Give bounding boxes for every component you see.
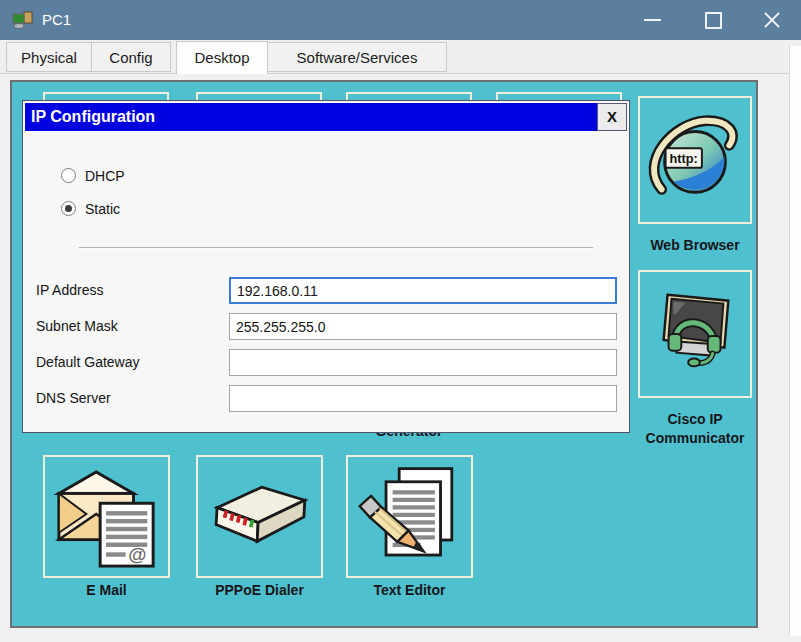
web-browser-icon: http:	[646, 110, 744, 210]
pppoe-dialer-button[interactable]	[196, 455, 323, 578]
ip-configuration-dialog: IP Configuration X DHCP Static IP Addres…	[22, 100, 630, 433]
email-label: E Mail	[43, 581, 170, 600]
dhcp-radio-label: DHCP	[85, 168, 125, 184]
dhcp-radio[interactable]	[61, 168, 76, 183]
maximize-button[interactable]	[689, 0, 735, 40]
dns-server-row: DNS Server	[23, 385, 629, 412]
dns-server-label: DNS Server	[36, 385, 111, 412]
ip-address-input[interactable]	[229, 277, 617, 304]
dialog-separator	[79, 247, 593, 249]
tab-physical[interactable]: Physical	[6, 42, 92, 72]
ip-communicator-label: Cisco IP Communicator	[632, 410, 758, 448]
app-pc-icon	[12, 11, 34, 29]
minimize-button[interactable]	[629, 0, 675, 40]
maximize-icon	[705, 12, 722, 29]
subnet-mask-row: Subnet Mask	[23, 313, 629, 340]
pppoe-dialer-label: PPPoE Dialer	[196, 581, 323, 600]
ip-address-label: IP Address	[36, 277, 103, 304]
window-title: PC1	[42, 0, 71, 40]
email-button[interactable]: @	[43, 455, 170, 578]
desktop-panel: Generator http: Web Browser	[10, 80, 758, 628]
text-editor-label: Text Editor	[346, 581, 473, 600]
ip-communicator-button[interactable]	[638, 270, 752, 398]
default-gateway-label: Default Gateway	[36, 349, 140, 376]
static-radio-row[interactable]: Static	[61, 200, 120, 217]
ip-address-row: IP Address	[23, 277, 629, 304]
text-editor-button[interactable]	[346, 455, 473, 578]
ip-communicator-icon	[646, 284, 744, 384]
dialog-titlebar[interactable]: IP Configuration	[25, 103, 627, 131]
subnet-mask-label: Subnet Mask	[36, 313, 118, 340]
web-browser-label: Web Browser	[632, 236, 758, 255]
tab-software-services[interactable]: Software/Services	[267, 42, 447, 72]
at-glyph: @	[128, 544, 146, 565]
text-editor-icon	[356, 463, 464, 571]
tab-desktop[interactable]: Desktop	[176, 41, 268, 74]
dns-server-input[interactable]	[229, 385, 617, 412]
subnet-mask-input[interactable]	[229, 313, 617, 340]
static-radio[interactable]	[61, 201, 76, 216]
http-badge: http:	[670, 151, 698, 166]
pppoe-dialer-icon	[204, 469, 316, 565]
web-browser-button[interactable]: http:	[638, 96, 752, 224]
minimize-icon	[644, 19, 661, 21]
close-icon	[763, 11, 781, 29]
email-icon: @	[53, 464, 161, 570]
tab-bar: Physical Config Desktop Software/Service…	[0, 40, 801, 74]
static-radio-label: Static	[85, 201, 120, 217]
dhcp-radio-row[interactable]: DHCP	[61, 167, 125, 184]
window-titlebar: PC1	[0, 0, 801, 40]
default-gateway-row: Default Gateway	[23, 349, 629, 376]
close-button[interactable]	[749, 0, 795, 40]
tab-config[interactable]: Config	[91, 42, 171, 72]
default-gateway-input[interactable]	[229, 349, 617, 376]
dialog-close-button[interactable]: X	[597, 103, 627, 131]
dialog-title: IP Configuration	[31, 103, 155, 131]
right-scroll-track[interactable]	[789, 46, 801, 636]
